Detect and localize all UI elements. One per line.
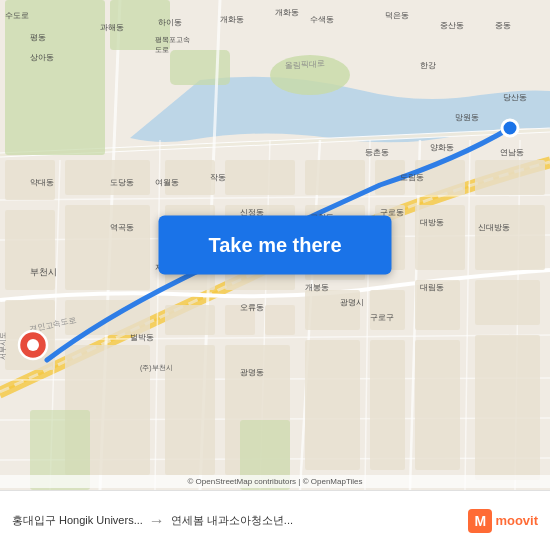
- svg-text:역곡동: 역곡동: [110, 223, 134, 232]
- origin-station-label: 홍대입구 Hongik Univers...: [12, 513, 143, 528]
- app-container: 부천시 약대동 도당동 여월동 작동 역곡동 지안동 신정동 고척동 구로동 오…: [0, 0, 550, 550]
- svg-rect-40: [165, 305, 215, 335]
- svg-text:대방동: 대방동: [420, 218, 444, 227]
- moovit-brand-name: moovit: [495, 513, 538, 528]
- svg-rect-2: [170, 50, 230, 85]
- svg-text:작동: 작동: [210, 173, 226, 182]
- svg-rect-22: [5, 210, 55, 290]
- svg-text:대림동: 대림동: [420, 283, 444, 292]
- svg-text:양화동: 양화동: [430, 143, 454, 152]
- svg-rect-47: [475, 280, 540, 325]
- svg-text:한강: 한강: [420, 61, 436, 70]
- svg-text:도당동: 도당동: [110, 178, 134, 187]
- moovit-logo: M moovit: [468, 509, 538, 533]
- svg-rect-44: [305, 290, 360, 330]
- svg-text:하이동: 하이동: [158, 18, 182, 27]
- svg-rect-49: [305, 340, 360, 470]
- svg-text:중산동: 중산동: [440, 21, 464, 30]
- svg-rect-39: [475, 205, 545, 270]
- svg-text:평동: 평동: [30, 33, 46, 42]
- svg-text:광명시: 광명시: [340, 298, 364, 307]
- svg-rect-50: [370, 340, 405, 470]
- svg-text:평목포고속: 평목포고속: [155, 36, 190, 44]
- svg-rect-52: [475, 335, 540, 480]
- svg-text:벌박동: 벌박동: [130, 333, 154, 342]
- svg-text:광명동: 광명동: [240, 368, 264, 377]
- svg-text:개봉동: 개봉동: [305, 283, 329, 292]
- svg-text:수색동: 수색동: [310, 15, 334, 24]
- svg-rect-25: [65, 205, 150, 290]
- svg-text:신대방동: 신대방동: [478, 223, 510, 232]
- svg-rect-53: [5, 0, 105, 155]
- svg-rect-30: [225, 160, 295, 195]
- svg-text:도로: 도로: [155, 46, 169, 53]
- svg-text:연남동: 연남동: [500, 148, 524, 157]
- svg-text:여월동: 여월동: [155, 178, 179, 187]
- svg-rect-24: [65, 160, 150, 195]
- svg-rect-51: [415, 340, 460, 470]
- take-me-there-button[interactable]: Take me there: [158, 216, 391, 275]
- svg-text:등촌동: 등촌동: [365, 148, 389, 157]
- moovit-logo-icon: M: [468, 509, 492, 533]
- svg-text:개화동: 개화동: [220, 15, 244, 24]
- svg-text:부천시: 부천시: [30, 267, 57, 277]
- svg-rect-37: [415, 205, 465, 270]
- svg-rect-45: [370, 290, 405, 330]
- svg-text:서부시도: 서부시도: [0, 332, 6, 360]
- svg-rect-38: [475, 160, 545, 195]
- svg-text:과해동: 과해동: [100, 23, 124, 32]
- route-arrow-icon: →: [149, 512, 165, 530]
- svg-text:수도로: 수도로: [5, 11, 29, 20]
- destination-station-label: 연세봄 내과소아청소년...: [171, 513, 293, 528]
- svg-rect-32: [305, 160, 365, 195]
- svg-text:덕은동: 덕은동: [385, 11, 409, 20]
- map-view: 부천시 약대동 도당동 여월동 작동 역곡동 지안동 신정동 고척동 구로동 오…: [0, 0, 550, 490]
- svg-rect-43: [265, 305, 295, 335]
- route-info: 홍대입구 Hongik Univers... → 연세봄 내과소아청소년...: [12, 512, 468, 530]
- svg-point-102: [27, 339, 39, 351]
- svg-text:개화동: 개화동: [275, 8, 299, 17]
- svg-text:당산동: 당산동: [503, 93, 527, 102]
- svg-text:오류동: 오류동: [240, 303, 264, 312]
- svg-text:(주)부천시: (주)부천시: [140, 364, 173, 372]
- svg-text:상아동: 상아동: [30, 53, 54, 62]
- svg-text:중동: 중동: [495, 21, 511, 30]
- bottom-navigation-bar: 홍대입구 Hongik Univers... → 연세봄 내과소아청소년... …: [0, 490, 550, 550]
- svg-text:도림동: 도림동: [400, 173, 424, 182]
- svg-text:구로구: 구로구: [370, 313, 394, 322]
- svg-point-100: [502, 120, 518, 136]
- map-attribution: © OpenStreetMap contributors | © OpenMap…: [0, 475, 550, 488]
- svg-text:약대동: 약대동: [30, 178, 54, 187]
- svg-text:망원동: 망원동: [455, 113, 479, 122]
